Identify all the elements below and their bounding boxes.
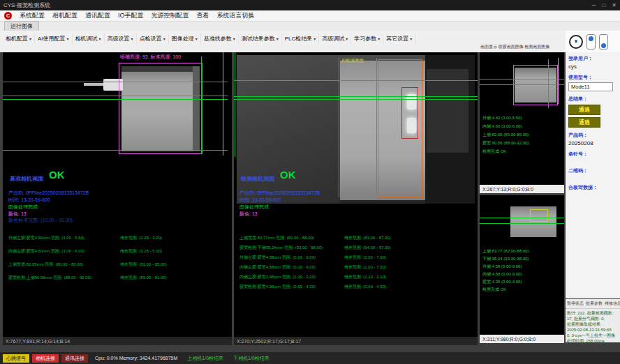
toggle-button-1[interactable]	[586, 34, 596, 50]
timestamp: 时间: 13-31-59-627	[239, 197, 281, 204]
qr-value	[568, 174, 617, 180]
thumb-text-line: 上侧:83.77 (82.00-88.00)	[482, 248, 529, 255]
toolbar-item-label: 测试结果参数	[242, 35, 275, 43]
result-ok: OK	[280, 169, 296, 181]
measurement-right: 维差范围: (3.25 - 5.00)	[120, 248, 162, 255]
model-select[interactable]: Mode11	[568, 82, 613, 91]
thumb-view-top[interactable]: 外侧:4.60 (3.00-5.50) 内侧:4.60 (3.00-6.00) …	[480, 52, 564, 193]
menu-item-io-config[interactable]: IO手配置	[118, 11, 144, 20]
roi-frame-yellow	[530, 209, 548, 222]
needle-label: 条针号：	[568, 151, 617, 158]
qr-label: 二维码：	[568, 167, 617, 174]
camera-view-left[interactable]: 喷嘴高度: 93. 标准高度: 100 基准相机画面 OK 产品码: 0FFli…	[3, 52, 232, 345]
menu-item-language-switch[interactable]: 系统语言切换	[217, 11, 255, 20]
process-status: 图像处理完成	[8, 204, 38, 211]
toolbar-item-camera-config[interactable]: 相机配置▾	[3, 33, 35, 44]
roi-frame-magenta	[119, 63, 202, 154]
chevron-down-icon: ▾	[163, 36, 165, 41]
stats-line: 数计: 222, 批量检测阀数:	[567, 310, 619, 316]
stats-panel: 暂停状态 批量参数 维修信息 数计: 222, 批量检测阀数: 17, 批量分气…	[566, 299, 620, 342]
chevron-down-icon: ▾	[378, 36, 380, 41]
thumb-text-line: 上侧:82.05 (80.00-86.00)	[482, 132, 529, 138]
toolbar-item-plc-result[interactable]: PLC检结果▾	[282, 33, 320, 44]
toolbar-item-label: 点检设置	[140, 35, 162, 43]
thumb-bottom-coords: X:311;Y:980;R:0;G:0;B:0	[480, 335, 564, 343]
thumb-text-line: 外侧:4.60 (3.00-5.50)	[482, 115, 522, 121]
chevron-down-icon: ▾	[233, 36, 235, 41]
process-status: 图像处理完成	[239, 204, 269, 211]
toolbar-item-label: PLC检结果	[285, 35, 313, 43]
connector-stem	[84, 83, 103, 86]
menu-item-camera-config[interactable]: 相机配置	[52, 11, 78, 20]
close-button[interactable]: ✕	[612, 2, 617, 8]
stats-line: 批量图像取版结果:	[567, 321, 619, 327]
menu-item-system-config[interactable]: 系统配置	[20, 11, 45, 20]
measurement-left: 外侧左胶:胶宽4.60mm 范围: (3.00 - 5.50)	[8, 235, 84, 241]
menu-item-comm-config[interactable]: 通讯配置	[85, 11, 110, 20]
product-code: 产品码: 0FFline2025020813313472B	[239, 190, 320, 197]
camera-view-right[interactable]: AI检测画面 检测相机画面 OK 产品码: 0FFline20250208133…	[234, 52, 478, 345]
toolbar-item-label: 基准线参数	[204, 35, 232, 43]
app-window: CYS-视觉检测系统 ─ □ ✕ C 系统配置 相机配置 通讯配置 IO手配置 …	[0, 0, 620, 364]
camera-right-canvas: AI检测画面 检测相机画面 OK 产品码: 0FFline20250208133…	[234, 52, 478, 337]
result-badge: 通過	[568, 105, 600, 115]
thumb-text-line: 胶宽:90.56 (88.00-92.00)	[482, 140, 529, 146]
menu-item-light-config[interactable]: 光源控制配置	[152, 11, 189, 20]
toolbar-item-other-settings[interactable]: 其它设置▾	[383, 33, 415, 44]
tab-bar: 运行图像	[0, 22, 620, 31]
stats-tab-batch[interactable]: 批量参数	[586, 301, 603, 307]
app-logo-icon: C	[4, 12, 12, 20]
lower-camera-result: 下相机1/0检结果	[233, 355, 270, 362]
toggle-button-2[interactable]	[599, 34, 608, 50]
toolbar-item-test-result-params[interactable]: 测试结果参数▾	[239, 33, 282, 44]
measurement-right: 维差范围: (1.10 - 2.10)	[344, 274, 386, 280]
thumb-view-bottom[interactable]: 上侧:83.77 (82.00-88.00) 下侧:95.24 (93.00-9…	[480, 195, 564, 343]
measurement-right: 维差范围: (83.00 - 87.00)	[344, 235, 391, 241]
guide-line-yellow	[223, 52, 223, 156]
camera-right-coords: X:270;Y:2502;R:17;G:17;B:17	[234, 337, 478, 345]
tab-run-image[interactable]: 运行图像	[4, 21, 39, 31]
minimize-button[interactable]: ─	[592, 2, 596, 8]
status-bar: 心跳信号 相机连接 通讯连接 Cpu: 0.0% Memory: 3424.41…	[0, 352, 620, 364]
measurement-right: 维差范围: (0.60 - 4.00)	[344, 284, 386, 290]
guide-line	[234, 96, 478, 97]
toolbar-item-ai-config[interactable]: AI使用配置▾	[35, 33, 73, 44]
toolbar-item-advanced-debug[interactable]: 高级调试▾	[319, 33, 351, 44]
chevron-down-icon: ▾	[195, 36, 198, 41]
maximize-button[interactable]: □	[602, 2, 605, 8]
stats-tab-pause[interactable]: 暂停状态	[567, 301, 584, 307]
guide-line	[3, 99, 228, 100]
toggle-knob-icon	[589, 36, 593, 41]
toolbar-item-camera-debug[interactable]: 相机调试▾	[73, 33, 105, 44]
guide-line-vertical	[201, 56, 202, 154]
stats-tab-maintenance[interactable]: 维修信息	[605, 301, 620, 307]
chevron-down-icon: ▾	[276, 36, 279, 41]
needle-value	[568, 158, 617, 163]
upper-camera-result: 上相机1/0检结果	[187, 355, 223, 362]
thumbs-caption: 画面显示 喷胶画面图像 检测画面图像	[480, 44, 566, 50]
chevron-down-icon: ▾	[313, 36, 316, 41]
measurement-right: 维差范围: (94.00 - 97.00)	[344, 245, 391, 251]
toolbar-item-label: 学习参数	[354, 35, 376, 43]
toolbar-item-baseline-params[interactable]: 基准线参数▾	[201, 33, 239, 44]
camera-left-coords: X:7677;Y:891;R:14;G:14;B:14	[3, 337, 232, 345]
guide-line-yellow	[558, 58, 559, 104]
info-panel: 登录用户： cys 使用型号： Mode11 总结果： 通過 通過 产品码： 2…	[566, 52, 620, 298]
chevron-down-icon: ▾	[346, 36, 348, 41]
chevron-down-icon: ▾	[29, 36, 31, 41]
guide-line	[234, 99, 478, 100]
toolbar-item-image-processing[interactable]: 图像处理▾	[169, 33, 201, 44]
pause-button[interactable]: ⏸	[569, 35, 583, 49]
guide-line	[3, 150, 228, 151]
toolbar-item-label: 相机调试	[75, 35, 98, 43]
thumb-text-line: 内侧:4.60 (3.00-6.00)	[482, 123, 522, 130]
guide-line	[3, 82, 228, 82]
measurement-left: 外侧左胶:胶宽4.58mm 范围: (0.00 - 9.00)	[239, 255, 316, 261]
toolbar-item-advanced-settings[interactable]: 高级设置▾	[105, 33, 137, 44]
color-value: 颜色: 13	[239, 211, 258, 218]
toolbar-item-learning-params[interactable]: 学习参数▾	[351, 33, 383, 44]
window-title: CYS-视觉检测系统	[3, 1, 592, 9]
measurement-left: 胶宽检测:下侧95.24mm 范围: (93.00 - 98.00)	[239, 245, 323, 251]
menu-item-view[interactable]: 查看	[197, 11, 209, 20]
toolbar-item-spot-check[interactable]: 点检设置▾	[137, 33, 169, 44]
